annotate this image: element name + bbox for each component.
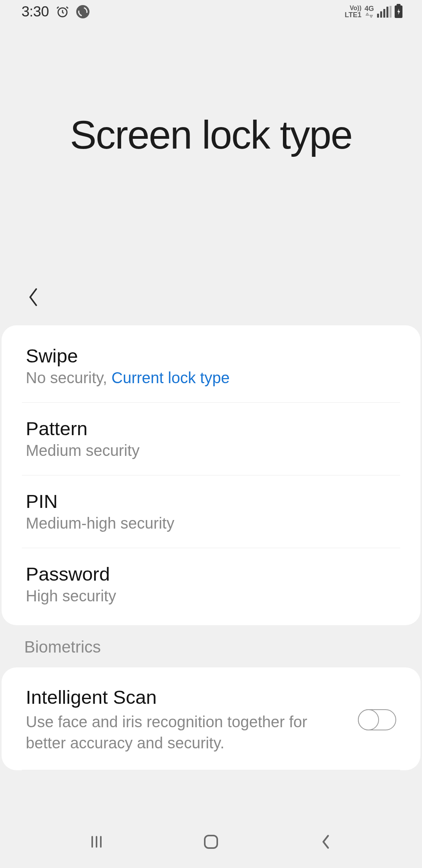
current-lock-label: Current lock type [111, 369, 229, 386]
biometrics-section-header: Biometrics [0, 625, 422, 667]
network-4g-indicator: 4G [365, 5, 374, 18]
page-title: Screen lock type [70, 112, 352, 158]
lock-type-card: Swipe No security, Current lock type Pat… [2, 325, 420, 625]
biometrics-card: Intelligent Scan Use face and iris recog… [2, 667, 420, 770]
page-hero: Screen lock type [0, 23, 422, 274]
lock-type-pattern[interactable]: Pattern Medium security [22, 403, 400, 475]
list-item-title: Pattern [26, 418, 396, 439]
volte-indicator: Vo)) LTE1 [345, 5, 361, 18]
list-item-title: PIN [26, 490, 396, 512]
svg-rect-1 [205, 836, 217, 848]
home-button[interactable] [199, 830, 223, 854]
battery-charging-icon [395, 5, 402, 18]
home-icon [202, 833, 220, 850]
toggle-knob [358, 709, 379, 730]
list-item-subtitle: Medium-high security [26, 515, 396, 532]
shazam-icon [76, 5, 89, 18]
chevron-left-icon [27, 287, 39, 307]
signal-icon [377, 6, 392, 18]
lock-type-pin[interactable]: PIN Medium-high security [22, 475, 400, 548]
nav-back-button[interactable] [314, 830, 337, 854]
list-item-title: Swipe [26, 345, 396, 367]
chevron-left-icon [320, 833, 331, 850]
biometric-intelligent-scan[interactable]: Intelligent Scan Use face and iris recog… [22, 667, 400, 770]
status-right: Vo)) LTE1 4G [345, 5, 402, 18]
lock-type-swipe[interactable]: Swipe No security, Current lock type [22, 325, 400, 403]
alarm-icon [56, 5, 69, 18]
toolbar [0, 274, 422, 321]
recents-icon [88, 834, 105, 850]
list-item-subtitle: Medium security [26, 442, 396, 459]
list-item-subtitle: High security [26, 587, 396, 605]
list-item-subtitle: No security, Current lock type [26, 369, 396, 387]
intelligent-scan-toggle[interactable] [358, 709, 396, 730]
navigation-bar [0, 815, 422, 868]
status-left: 3:30 [21, 4, 89, 20]
recents-button[interactable] [85, 830, 108, 854]
status-time: 3:30 [21, 4, 49, 20]
back-button[interactable] [21, 285, 45, 309]
lock-type-password[interactable]: Password High security [22, 548, 400, 625]
list-item-subtitle: Use face and iris recognition together f… [26, 711, 346, 753]
status-bar: 3:30 Vo)) LTE1 4G [0, 0, 422, 23]
list-item-title: Intelligent Scan [26, 686, 346, 708]
list-item-title: Password [26, 563, 396, 585]
